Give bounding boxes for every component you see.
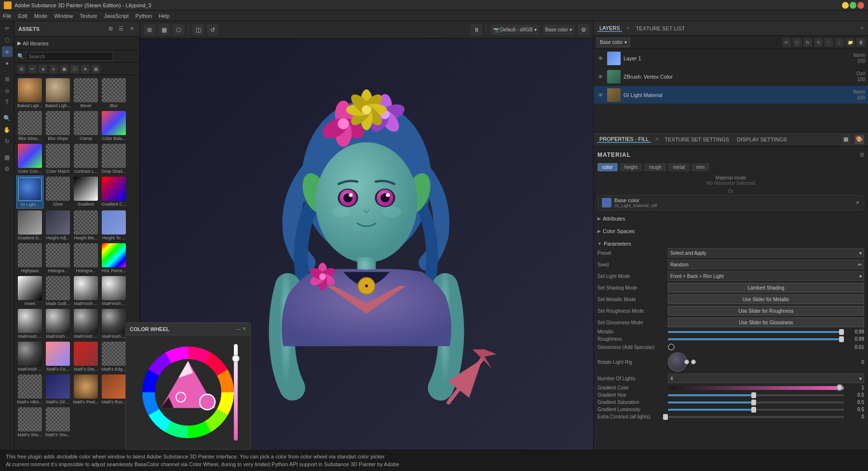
symmetry-btn[interactable]: ⬡: [173, 24, 184, 36]
metallic-slider-handle[interactable]: [839, 329, 844, 335]
glossiness-circle-btn[interactable]: [668, 344, 675, 350]
delete-layer[interactable]: 🗑: [856, 38, 865, 47]
filter-alpha[interactable]: α: [49, 65, 58, 73]
set-glossiness-mode-btn[interactable]: Use Slider for Glossiness: [668, 318, 864, 327]
layer-row-2[interactable]: 👁 ZBrush: Vertex Color Ovrl 100: [594, 68, 868, 86]
menu-python[interactable]: Python: [136, 13, 152, 19]
assets-close-btn[interactable]: ✕: [128, 25, 136, 33]
color-wheel-svg[interactable]: [135, 339, 241, 445]
add-fx[interactable]: fx: [803, 38, 812, 47]
close-btn[interactable]: [857, 2, 864, 9]
asset-highpass[interactable]: Highpass: [16, 242, 43, 274]
minimize-btn[interactable]: [842, 2, 849, 9]
asset-matfx-det[interactable]: MatFx Det...: [72, 341, 99, 373]
asset-gi-light[interactable]: GI Light...: [16, 176, 43, 208]
asset-color-corr[interactable]: Color Corr...: [16, 143, 43, 175]
search-input[interactable]: [26, 52, 113, 61]
asset-height-adj[interactable]: Height Adj...: [44, 209, 71, 241]
seed-dropdown[interactable]: Random ✏: [668, 260, 864, 269]
asset-bevel[interactable]: Bevel: [72, 77, 99, 109]
light-rig-dot[interactable]: [691, 360, 696, 364]
tool-paint[interactable]: ✏: [2, 23, 13, 34]
filter-paint[interactable]: ✏: [28, 65, 37, 73]
tool-select[interactable]: ◈: [2, 46, 13, 57]
asset-color-match[interactable]: Color Match: [44, 143, 71, 175]
set-shading-mode-btn[interactable]: Lambert Shading: [668, 283, 864, 292]
filter-texture[interactable]: ▣: [60, 65, 68, 73]
prop-layers-icon[interactable]: ▦: [841, 135, 851, 144]
asset-matfinish-6[interactable]: MatFinish ...: [100, 308, 127, 340]
attributes-toggle[interactable]: ▶ Attributes: [597, 214, 864, 223]
tool-fill[interactable]: ⬡: [2, 35, 13, 45]
color-spaces-toggle[interactable]: ▶ Color Spaces: [597, 227, 864, 236]
light-rig-handle[interactable]: [684, 360, 689, 364]
gradient-saturation-handle[interactable]: [751, 400, 756, 405]
asset-drop-shad[interactable]: Drop Shad...: [100, 143, 127, 175]
viewport-settings[interactable]: ⚙: [578, 24, 589, 36]
asset-matfinish-4[interactable]: MatFinish ...: [44, 308, 71, 340]
prop-tab-close[interactable]: ✕: [655, 136, 659, 142]
asset-matfinish-5[interactable]: MatFinish ...: [72, 308, 99, 340]
set-metallic-mode-btn[interactable]: Use Slider for Metallic: [668, 294, 864, 304]
asset-matfx-shu[interactable]: MatFx Shu...: [16, 406, 43, 438]
asset-glow[interactable]: Glow: [44, 176, 71, 208]
asset-hsl-perce[interactable]: HSL Perce...: [100, 242, 127, 274]
filter-star[interactable]: ★: [81, 65, 90, 73]
menu-window[interactable]: Window: [54, 13, 73, 19]
asset-baked-light-2[interactable]: Baked Ligh...: [44, 77, 71, 109]
gradient-hue-slider[interactable]: [668, 394, 844, 396]
number-of-lights-dropdown[interactable]: 4 ▾: [668, 374, 864, 383]
mat-tab-color[interactable]: color: [597, 163, 618, 171]
menu-mode[interactable]: Mode: [34, 13, 48, 19]
gradient-hue-handle[interactable]: [751, 392, 756, 398]
asset-clamp[interactable]: Clamp: [72, 110, 99, 142]
move-up[interactable]: ↑: [825, 38, 833, 47]
asset-height-ble[interactable]: Height Ble...: [72, 209, 99, 241]
prop-color-icon[interactable]: 🎨: [854, 135, 864, 144]
transform-btn[interactable]: ⊞: [144, 24, 155, 36]
gradient-luminosity-slider[interactable]: [668, 409, 844, 411]
add-paint-layer[interactable]: ✏: [782, 38, 791, 47]
asset-blur-direc[interactable]: Blur Direc...: [16, 110, 43, 142]
menu-file[interactable]: File: [3, 13, 12, 19]
base-color-close[interactable]: ✕: [855, 200, 860, 206]
tool-zoom[interactable]: 🔍: [2, 113, 13, 124]
preset-dropdown[interactable]: Select and Apply ▾: [668, 248, 864, 258]
metallic-slider[interactable]: [668, 331, 844, 333]
tab-display-settings[interactable]: DISPLAY SETTINGS: [735, 137, 789, 142]
channel-selector[interactable]: Base color ▾: [542, 25, 575, 35]
move-down[interactable]: ↓: [835, 38, 844, 47]
asset-matfx-rus[interactable]: MatFx Rus...: [100, 374, 127, 405]
tool-pan[interactable]: ✋: [2, 125, 13, 135]
tab-texture-set-settings[interactable]: TEXTURE SET SETTINGS: [663, 137, 732, 142]
asset-matfinish-2[interactable]: MatFinish ...: [100, 275, 127, 307]
layer-row-3[interactable]: 👁 GI Light Material Norm 100: [594, 86, 868, 104]
menu-edit[interactable]: Edit: [18, 13, 27, 19]
gradient-color-slider[interactable]: [668, 386, 844, 390]
asset-blur[interactable]: Blur: [100, 77, 127, 109]
all-libraries-toggle[interactable]: ▶ All libraries: [17, 40, 49, 46]
mat-tab-nrm[interactable]: nrm: [692, 163, 709, 171]
color-wheel-minimize[interactable]: ─: [236, 326, 240, 332]
layers-close[interactable]: ✕: [860, 25, 864, 31]
roughness-slider-handle[interactable]: [839, 336, 844, 342]
asset-matfx-edg[interactable]: MatFx Edg...: [100, 341, 127, 373]
tab-properties-fill[interactable]: PROPERTIES - FILL: [597, 136, 651, 143]
layer-1-visibility[interactable]: 👁: [597, 55, 604, 62]
extra-contrast-handle[interactable]: [663, 414, 668, 420]
extra-contrast-slider[interactable]: [668, 416, 844, 418]
layer-2-visibility[interactable]: 👁: [597, 73, 604, 81]
asset-invert[interactable]: Invert: [16, 275, 43, 307]
menu-texture[interactable]: Texture: [80, 13, 97, 19]
tab-layers[interactable]: LAYERS: [597, 25, 622, 32]
parameters-toggle[interactable]: ▼ Parameters: [597, 239, 864, 248]
tool-rotate[interactable]: ↻: [2, 136, 13, 147]
tool-settings[interactable]: ⚙: [2, 164, 13, 174]
assets-list-btn[interactable]: ☰: [117, 25, 125, 33]
roughness-slider[interactable]: [668, 338, 844, 340]
asset-matfinish-7[interactable]: MatFinish ...: [16, 341, 43, 373]
filter-3d[interactable]: ⬡: [70, 65, 79, 73]
asset-blur-slope[interactable]: Blur Slope: [44, 110, 71, 142]
layer-mode-dropdown[interactable]: Base color ▾: [597, 38, 630, 47]
maximize-btn[interactable]: [850, 2, 856, 9]
